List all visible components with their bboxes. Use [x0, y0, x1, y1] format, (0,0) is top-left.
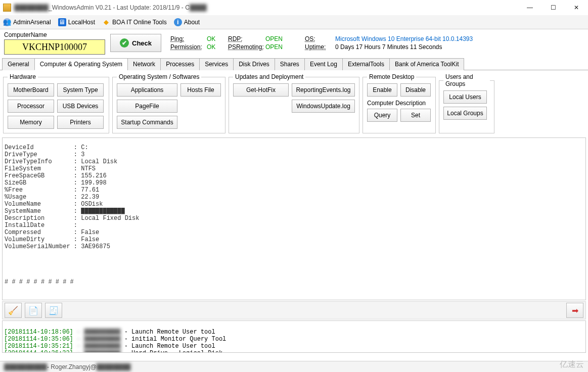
log-textarea[interactable]: [20181114-10:18:06] - ██████████ - Launc… [2, 320, 586, 353]
toolbar-localhost[interactable]: 🖥 LocalHost [58, 18, 95, 26]
psremoting-value: OPEN [265, 43, 291, 51]
broom-icon: 🧹 [8, 306, 18, 315]
panel-area: Hardware MotherBoard System Type Process… [0, 70, 588, 136]
processor-button[interactable]: Processor [8, 100, 54, 113]
close-button[interactable]: ✕ [565, 0, 588, 15]
app-icon [3, 4, 11, 12]
updates-legend: Updates and Deployment [233, 73, 305, 80]
copy-button[interactable]: 📄 [25, 303, 42, 318]
rdp-label: RDP: [228, 35, 264, 42]
computer-name-input[interactable] [4, 39, 105, 55]
tab-strip: General Computer & Operating System Netw… [0, 58, 588, 70]
check-button[interactable]: ✔ Check [110, 34, 161, 52]
main-toolbar: 👥 AdminArsenal 🖥 LocalHost ◆ BOA IT Onli… [0, 15, 588, 29]
remote-desktop-legend: Remote Desktop [367, 73, 416, 80]
exit-icon: ➡ [572, 306, 578, 315]
system-type-button[interactable]: System Type [57, 83, 104, 97]
screen-icon: 🖥 [58, 18, 66, 26]
usb-devices-button[interactable]: USB Devices [57, 100, 104, 113]
psremoting-label: PSRemoting: [228, 43, 264, 51]
check-icon: ✔ [120, 38, 129, 48]
diamond-icon: ◆ [102, 18, 110, 26]
motherboard-button[interactable]: MotherBoard [8, 83, 54, 97]
pagefile-button[interactable]: PageFile [117, 100, 177, 113]
permission-label: Permission: [170, 43, 206, 51]
tab-computer-os[interactable]: Computer & Operating System [34, 58, 128, 70]
updates-group: Updates and Deployment Get-HotFix Report… [229, 73, 359, 133]
exit-button[interactable]: ➡ [566, 303, 583, 318]
statusbar: ██████████ - Roger.Zhangyj@████████ [0, 361, 588, 372]
maximize-button[interactable]: ☐ [541, 0, 565, 15]
document-icon: 🧾 [49, 306, 59, 315]
tab-shares[interactable]: Shares [275, 58, 305, 70]
export-button[interactable]: 🧾 [45, 303, 62, 318]
tab-processes[interactable]: Processes [160, 58, 200, 70]
local-users-button[interactable]: Local Users [443, 90, 487, 104]
set-desc-button[interactable]: Set [400, 109, 431, 122]
enable-rd-button[interactable]: Enable [367, 83, 397, 97]
page-icon: 📄 [28, 306, 38, 315]
status-grid: Ping: OK RDP: OPEN Permission: OK PSRemo… [170, 35, 291, 51]
get-hotfix-button[interactable]: Get-HotFix [233, 83, 289, 97]
rdp-value: OPEN [265, 35, 291, 42]
ping-label: Ping: [170, 35, 206, 42]
window-controls: — ☐ ✕ [518, 0, 588, 15]
toolbar-about[interactable]: i About [174, 18, 200, 26]
tab-general[interactable]: General [2, 58, 35, 70]
startup-commands-button[interactable]: Startup Commands [117, 116, 177, 129]
uptime-label: Uptime: [305, 43, 335, 51]
users-groups-legend: Users and Groups [443, 73, 490, 87]
output-textarea[interactable]: DeviceId : C: DriveType : 3 DriveTypeInf… [2, 137, 586, 300]
os-softwares-group: Operating System / Softwares Application… [112, 73, 225, 133]
tab-external-tools[interactable]: ExternalTools [342, 58, 390, 70]
users-groups-group: Users and Groups Local Users Local Group… [439, 73, 494, 133]
os-value[interactable]: Microsoft Windows 10 Enterprise 64-bit 1… [335, 35, 473, 42]
clear-button[interactable]: 🧹 [5, 303, 22, 318]
toolbar-admin-arsenal[interactable]: 👥 AdminArsenal [3, 18, 51, 26]
hosts-file-button[interactable]: Hosts File [180, 83, 221, 97]
header-row: ComputerName ✔ Check Ping: OK RDP: OPEN … [0, 29, 588, 58]
hardware-legend: Hardware [8, 73, 38, 80]
printers-button[interactable]: Printers [57, 116, 104, 129]
os-legend: Operating System / Softwares [117, 73, 201, 80]
tab-event-log[interactable]: Event Log [304, 58, 343, 70]
uptime-value: 0 Days 17 Hours 7 Minutes 11 Seconds [335, 43, 473, 51]
tab-network[interactable]: Network [127, 58, 161, 70]
tab-services[interactable]: Services [199, 58, 234, 70]
disable-rd-button[interactable]: Disable [400, 83, 431, 97]
computer-description-label: Computer Description [367, 100, 431, 107]
permission-value: OK [207, 43, 227, 51]
people-icon: 👥 [3, 18, 11, 26]
windows-update-button[interactable]: WindowsUpdate.log [292, 100, 355, 113]
reporting-events-button[interactable]: ReportingEvents.log [292, 83, 355, 97]
memory-button[interactable]: Memory [8, 116, 54, 129]
os-label: OS: [305, 35, 335, 42]
tab-boa-toolkit[interactable]: Bank of America ToolKit [389, 58, 465, 70]
remote-desktop-group: Remote Desktop Enable Disable Computer D… [363, 73, 436, 133]
tab-disk-drives[interactable]: Disk Drives [233, 58, 275, 70]
computer-name-label: ComputerName [4, 31, 105, 38]
window-title: ████████_WindowsAdmin V0.21 - Last Updat… [14, 4, 207, 11]
titlebar: ████████_WindowsAdmin V0.21 - Last Updat… [0, 0, 588, 15]
hardware-group: Hardware MotherBoard System Type Process… [3, 73, 109, 133]
applications-button[interactable]: Applications [117, 83, 177, 97]
minimize-button[interactable]: — [518, 0, 541, 15]
action-icon-bar: 🧹 📄 🧾 ➡ [2, 301, 586, 319]
toolbar-boa-tools[interactable]: ◆ BOA IT Online Tools [102, 18, 167, 26]
os-uptime-block: OS: Microsoft Windows 10 Enterprise 64-b… [305, 35, 473, 51]
ping-value: OK [207, 35, 227, 42]
query-desc-button[interactable]: Query [367, 109, 397, 122]
info-icon: i [174, 18, 182, 26]
local-groups-button[interactable]: Local Groups [443, 107, 487, 120]
